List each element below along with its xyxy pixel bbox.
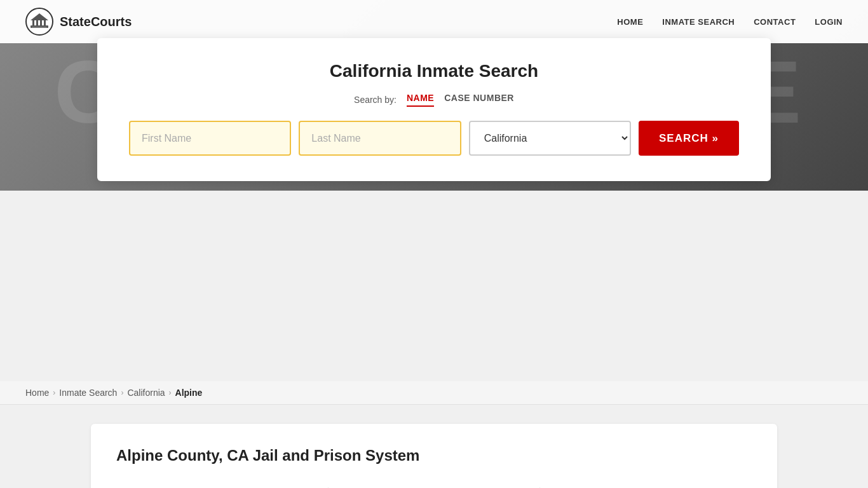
svg-rect-2 — [32, 20, 34, 25]
logo-text: StateCourts — [60, 15, 132, 29]
last-name-input[interactable] — [299, 121, 461, 156]
tab-case-number[interactable]: CASE NUMBER — [444, 93, 514, 107]
svg-rect-7 — [32, 27, 47, 28]
nav-inmate-search[interactable]: INMATE SEARCH — [662, 17, 735, 27]
search-inputs-row: AlabamaAlaskaArizonaArkansasCaliforniaCo… — [129, 121, 739, 156]
stats-card: Alpine County, CA Jail and Prison System — [91, 424, 777, 488]
nav-login[interactable]: LOGIN — [815, 17, 843, 27]
header: COURTHOUSE StateCourts HOME INMATE SEARC… — [0, 0, 868, 191]
breadcrumb-sep-1: › — [53, 388, 55, 397]
breadcrumb-sep-2: › — [121, 388, 123, 397]
first-name-input[interactable] — [129, 121, 291, 156]
breadcrumb-inmate-search[interactable]: Inmate Search — [59, 388, 117, 398]
logo-icon — [25, 8, 53, 36]
main-content: Alpine County, CA Jail and Prison System — [65, 405, 803, 488]
tab-name[interactable]: NAME — [407, 93, 434, 107]
search-button[interactable]: SEARCH » — [639, 121, 739, 156]
logo-area[interactable]: StateCourts — [25, 8, 132, 36]
svg-rect-3 — [36, 20, 38, 25]
breadcrumb-alpine: Alpine — [175, 388, 203, 398]
nav-links: HOME INMATE SEARCH CONTACT LOGIN — [617, 17, 843, 27]
search-by-label: Search by: — [354, 95, 397, 105]
breadcrumb-california[interactable]: California — [127, 388, 165, 398]
search-card: California Inmate Search Search by: NAME… — [97, 38, 771, 181]
breadcrumb-bar: Home › Inmate Search › California › Alpi… — [0, 381, 868, 405]
nav-home[interactable]: HOME — [617, 17, 643, 27]
state-select[interactable]: AlabamaAlaskaArizonaArkansasCaliforniaCo… — [469, 121, 631, 156]
nav-contact[interactable]: CONTACT — [754, 17, 796, 27]
stats-card-title: Alpine County, CA Jail and Prison System — [116, 447, 752, 464]
breadcrumb-home[interactable]: Home — [25, 388, 49, 398]
search-card-title: California Inmate Search — [129, 61, 739, 81]
breadcrumb-sep-3: › — [169, 388, 172, 397]
search-by-row: Search by: NAME CASE NUMBER — [129, 93, 739, 107]
svg-point-0 — [26, 8, 53, 35]
svg-rect-5 — [44, 20, 46, 25]
breadcrumb: Home › Inmate Search › California › Alpi… — [25, 388, 843, 398]
svg-rect-4 — [40, 20, 42, 25]
navbar: StateCourts HOME INMATE SEARCH CONTACT L… — [0, 0, 868, 43]
